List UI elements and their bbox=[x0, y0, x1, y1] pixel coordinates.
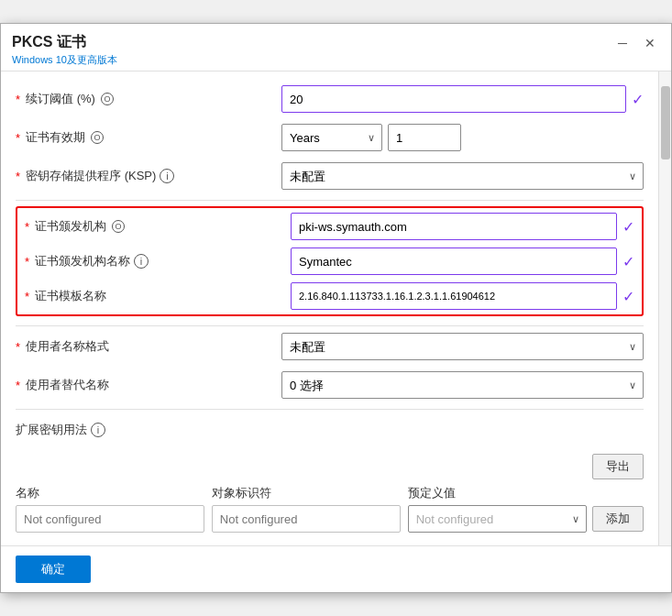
cert-template-input[interactable] bbox=[291, 282, 617, 310]
ext-obj-input[interactable] bbox=[212, 505, 401, 533]
renewal-threshold-label: * 续订阈值 (%) O bbox=[16, 91, 281, 107]
ext-pred-select[interactable]: Not configured bbox=[408, 505, 587, 533]
cert-template-control: ✓ bbox=[291, 282, 634, 310]
username-format-select-wrapper: 未配置 bbox=[281, 333, 644, 360]
dialog-body: * 续订阈值 (%) O ✓ * 证书有效期 O bbox=[1, 72, 671, 545]
cert-template-row: * 证书模板名称 ✓ bbox=[25, 281, 634, 311]
required-star-3: * bbox=[16, 170, 20, 183]
cert-template-check-icon: ✓ bbox=[622, 288, 634, 305]
cert-issuer-row: * 证书颁发机构 O ✓ bbox=[25, 212, 634, 241]
ext-key-usage-text: 扩展密钥用法 bbox=[16, 422, 87, 438]
cert-issuer-name-text: 证书颁发机构名称 bbox=[35, 253, 130, 270]
required-star-4: * bbox=[25, 220, 29, 234]
title-bar: PKCS 证书 Windows 10及更高版本 ─ ✕ bbox=[1, 24, 671, 72]
footer-area: 确定 bbox=[1, 545, 671, 592]
cert-validity-row: * 证书有效期 O Years Months Days bbox=[16, 123, 644, 152]
title-bar-left: PKCS 证书 Windows 10及更高版本 bbox=[12, 33, 117, 67]
content-area: * 续订阈值 (%) O ✓ * 证书有效期 O bbox=[1, 72, 658, 545]
required-star-2: * bbox=[16, 131, 20, 145]
ext-col-pred-label: 预定义值 bbox=[408, 485, 644, 501]
dialog-title: PKCS 证书 bbox=[12, 33, 117, 52]
add-button[interactable]: 添加 bbox=[592, 506, 644, 532]
cert-issuer-input[interactable] bbox=[291, 213, 617, 240]
cert-validity-label: * 证书有效期 O bbox=[16, 129, 281, 146]
cert-validity-number-input[interactable] bbox=[388, 124, 461, 151]
scrollbar-thumb[interactable] bbox=[661, 86, 670, 160]
renewal-threshold-control: ✓ bbox=[281, 85, 644, 113]
renewal-threshold-text: 续订阈值 (%) bbox=[26, 91, 95, 107]
ksp-row: * 密钥存储提供程序 (KSP) i 未配置 bbox=[16, 161, 644, 191]
cert-issuer-text: 证书颁发机构 bbox=[35, 218, 106, 235]
confirm-button[interactable]: 确定 bbox=[16, 556, 91, 583]
ext-col-obj: 对象标识符 bbox=[212, 485, 401, 533]
username-alt-row: * 使用者替代名称 0 选择 bbox=[16, 370, 644, 400]
ext-col-pred: 预定义值 Not configured 添加 bbox=[408, 485, 644, 533]
ksp-select[interactable]: 未配置 bbox=[281, 162, 644, 190]
username-format-select[interactable]: 未配置 bbox=[281, 333, 644, 360]
title-bar-controls: ─ ✕ bbox=[612, 33, 660, 53]
cert-issuer-name-control: ✓ bbox=[291, 248, 634, 275]
renewal-threshold-icon[interactable]: O bbox=[101, 93, 114, 105]
required-star-7: * bbox=[16, 340, 20, 354]
username-alt-select-wrapper: 0 选择 bbox=[281, 371, 644, 399]
cert-issuer-check-icon: ✓ bbox=[622, 218, 634, 236]
ext-columns-header: 名称 对象标识符 预定义值 Not configured bbox=[16, 485, 644, 533]
cert-template-text: 证书模板名称 bbox=[35, 288, 106, 304]
minimize-button[interactable]: ─ bbox=[612, 33, 633, 53]
username-alt-select[interactable]: 0 选择 bbox=[281, 371, 644, 399]
ksp-label: * 密钥存储提供程序 (KSP) i bbox=[16, 168, 281, 184]
cert-issuer-icon[interactable]: O bbox=[112, 220, 125, 233]
cert-issuer-label: * 证书颁发机构 O bbox=[25, 218, 291, 235]
ext-key-usage-section: 扩展密钥用法 i 导出 名称 对象标识符 bbox=[16, 415, 644, 533]
ext-header-row: 导出 bbox=[16, 454, 644, 479]
ext-key-usage-row: 扩展密钥用法 i bbox=[16, 415, 644, 445]
export-button[interactable]: 导出 bbox=[592, 454, 644, 479]
ext-key-usage-info-icon[interactable]: i bbox=[91, 423, 105, 437]
ksp-select-wrapper: 未配置 bbox=[281, 162, 644, 190]
ext-name-input[interactable] bbox=[16, 505, 204, 533]
cert-issuer-name-row: * 证书颁发机构名称 i ✓ bbox=[25, 247, 634, 276]
close-button[interactable]: ✕ bbox=[640, 33, 660, 53]
period-select[interactable]: Years Months Days bbox=[281, 124, 382, 151]
cert-issuer-control: ✓ bbox=[291, 213, 634, 240]
ksp-text: 密钥存储提供程序 (KSP) bbox=[26, 168, 156, 184]
username-format-control: 未配置 bbox=[281, 333, 644, 360]
cert-issuer-name-label: * 证书颁发机构名称 i bbox=[25, 253, 291, 270]
dialog-subtitle: Windows 10及更高版本 bbox=[12, 53, 117, 67]
ext-col-name-label: 名称 bbox=[16, 485, 204, 501]
pkcs-dialog: PKCS 证书 Windows 10及更高版本 ─ ✕ * 续订阈值 (%) O… bbox=[0, 23, 672, 593]
ext-pred-control: Not configured 添加 bbox=[408, 505, 644, 533]
username-format-row: * 使用者名称格式 未配置 bbox=[16, 332, 644, 361]
ksp-control: 未配置 bbox=[281, 162, 644, 190]
scrollbar[interactable] bbox=[658, 72, 671, 545]
cert-issuer-name-check-icon: ✓ bbox=[622, 253, 634, 270]
ext-col-name: 名称 bbox=[16, 485, 204, 533]
ksp-info-icon[interactable]: i bbox=[160, 169, 174, 183]
username-alt-text: 使用者替代名称 bbox=[26, 377, 109, 393]
cert-issuer-name-input[interactable] bbox=[291, 248, 617, 275]
username-alt-label: * 使用者替代名称 bbox=[16, 377, 281, 393]
username-format-text: 使用者名称格式 bbox=[26, 338, 109, 355]
renewal-threshold-row: * 续订阈值 (%) O ✓ bbox=[16, 84, 644, 114]
renewal-threshold-check-icon: ✓ bbox=[632, 91, 644, 108]
renewal-threshold-input[interactable] bbox=[281, 85, 626, 113]
period-select-wrapper: Years Months Days bbox=[281, 124, 382, 151]
ext-pred-select-wrapper: Not configured bbox=[408, 505, 587, 533]
cert-validity-text: 证书有效期 bbox=[26, 129, 85, 146]
username-alt-control: 0 选择 bbox=[281, 371, 644, 399]
required-star-8: * bbox=[16, 379, 20, 392]
ext-col-obj-label: 对象标识符 bbox=[212, 485, 401, 501]
username-format-label: * 使用者名称格式 bbox=[16, 338, 281, 355]
highlighted-section: * 证书颁发机构 O ✓ * 证书颁发机构名称 i bbox=[16, 206, 644, 316]
cert-validity-icon[interactable]: O bbox=[91, 131, 104, 144]
required-star-5: * bbox=[25, 255, 29, 269]
required-star: * bbox=[16, 93, 20, 106]
cert-issuer-name-info-icon[interactable]: i bbox=[134, 254, 149, 269]
cert-template-label: * 证书模板名称 bbox=[25, 288, 291, 304]
required-star-6: * bbox=[25, 290, 29, 303]
ext-key-usage-label: 扩展密钥用法 i bbox=[16, 422, 281, 438]
cert-validity-control: Years Months Days bbox=[281, 124, 644, 151]
